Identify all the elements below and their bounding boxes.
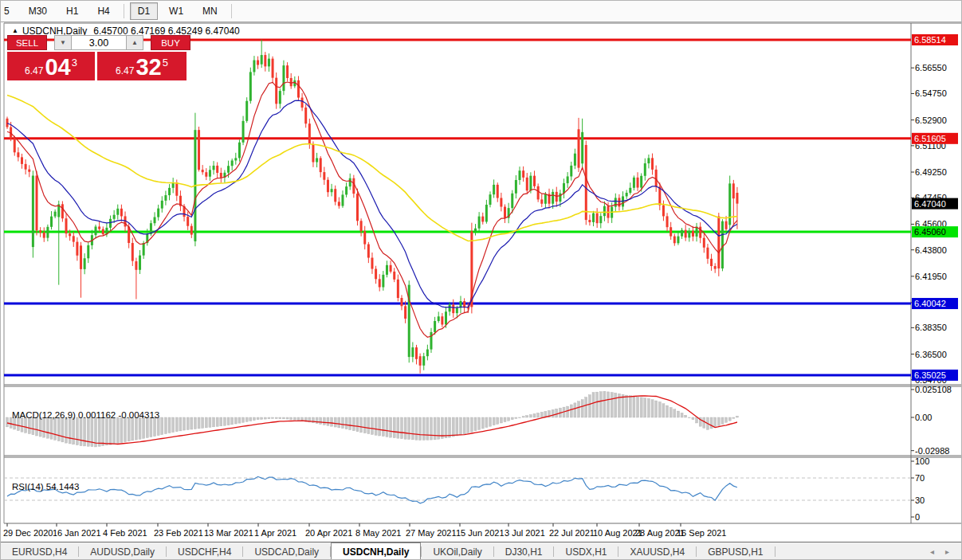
svg-text:16 Sep 2021: 16 Sep 2021 <box>677 528 726 538</box>
toolbar-separator <box>124 4 124 18</box>
toolbar-separator <box>231 4 232 18</box>
timeframe-button-D1[interactable]: D1 <box>130 2 158 20</box>
tab-audusd-daily[interactable]: AUDUSD,Daily <box>79 542 166 560</box>
sell-button[interactable]: SELL <box>7 35 47 50</box>
svg-text:29 Dec 2020: 29 Dec 2020 <box>3 528 53 538</box>
buy-price-display[interactable]: 6.47 32 5 <box>97 52 187 80</box>
svg-text:100: 100 <box>915 456 929 466</box>
svg-text:6.58514: 6.58514 <box>914 35 946 45</box>
sell-price-prefix: 6.47 <box>25 64 43 79</box>
tab-scroll-arrows: ◂▸ <box>925 542 962 560</box>
tab-usdchf-h4[interactable]: USDCHF,H4 <box>167 542 242 560</box>
rsi-value: 54.1443 <box>46 482 80 491</box>
svg-text:8 May 2021: 8 May 2021 <box>355 528 401 538</box>
volume-increase-icon[interactable]: ▲ <box>127 35 143 50</box>
tab-dj30-h1[interactable]: DJ30,H1 <box>494 542 554 560</box>
chart-tab-bar: EURUSD,H4AUDUSD,DailyUSDCHF,H4USDCAD,Dai… <box>1 542 962 560</box>
sell-price-display[interactable]: 6.47 04 3 <box>7 52 95 80</box>
svg-text:27 May 2021: 27 May 2021 <box>406 528 457 538</box>
volume-input[interactable] <box>71 35 127 50</box>
svg-text:6.52900: 6.52900 <box>915 116 947 125</box>
svg-text:0.00: 0.00 <box>915 413 932 422</box>
macd-label: MACD(12,26,9) 0.001162 -0.004313 <box>12 410 159 420</box>
svg-text:6.43800: 6.43800 <box>915 245 947 255</box>
buy-price-big: 32 <box>135 56 161 79</box>
tab-scroll-left-icon[interactable]: ◂ <box>925 547 940 556</box>
svg-text:6.35025: 6.35025 <box>914 370 946 380</box>
svg-text:6.49250: 6.49250 <box>915 167 947 177</box>
buy-button[interactable]: BUY <box>151 35 190 50</box>
svg-text:6.38350: 6.38350 <box>915 323 947 332</box>
svg-text:23 Feb 2021: 23 Feb 2021 <box>154 528 203 538</box>
svg-text:-0.02988: -0.02988 <box>915 446 949 456</box>
svg-text:13 Mar 2021: 13 Mar 2021 <box>204 528 253 538</box>
svg-text:6.40042: 6.40042 <box>914 299 946 308</box>
sell-price-pip: 3 <box>72 58 77 68</box>
tab-scroll-right-icon[interactable]: ▸ <box>940 547 955 556</box>
tab-separator <box>775 546 775 557</box>
timeframe-button-MN[interactable]: MN <box>194 2 226 20</box>
one-click-trade-panel: SELL ▼ ▲ BUY 6.47 04 3 6.47 32 5 <box>7 35 190 80</box>
svg-text:22 Jul 2021: 22 Jul 2021 <box>549 528 595 538</box>
svg-text:20 Apr 2021: 20 Apr 2021 <box>305 528 352 538</box>
tab-ukoil-daily[interactable]: UKOil,Daily <box>422 542 493 560</box>
svg-text:30: 30 <box>915 495 925 505</box>
collapse-arrow-icon[interactable]: ▲ <box>12 27 18 34</box>
tab-gbpusd-h1[interactable]: GBPUSD,H1 <box>697 542 774 560</box>
timeframe-button-M30[interactable]: M30 <box>21 2 55 20</box>
svg-text:6.36500: 6.36500 <box>915 350 947 359</box>
tab-xauusd-h4[interactable]: XAUUSD,H4 <box>618 542 696 560</box>
volume-decrease-icon[interactable]: ▼ <box>54 35 71 50</box>
svg-text:6.45060: 6.45060 <box>914 227 946 237</box>
svg-text:0: 0 <box>915 512 920 522</box>
tab-usdcad-daily[interactable]: USDCAD,Daily <box>243 542 330 560</box>
buy-price-pip: 5 <box>163 58 168 68</box>
svg-text:16 Jan 2021: 16 Jan 2021 <box>53 528 101 538</box>
tab-eurusd-h4[interactable]: EURUSD,H4 <box>1 542 78 560</box>
svg-text:6.47040: 6.47040 <box>914 199 946 209</box>
timeframe-toolbar: 5M30H1H4D1W1MN <box>1 1 962 22</box>
buy-price-prefix: 6.47 <box>116 64 134 79</box>
tab-usdcnh-daily[interactable]: USDCNH,Daily <box>331 542 421 560</box>
svg-text:3 Jul 2021: 3 Jul 2021 <box>505 528 545 538</box>
svg-text:6.54750: 6.54750 <box>915 88 947 98</box>
rsi-label: RSI(14) 54.1443 <box>12 482 79 491</box>
svg-text:6.56550: 6.56550 <box>915 63 947 72</box>
svg-text:6.41950: 6.41950 <box>915 272 947 281</box>
timeframe-button-5[interactable]: 5 <box>0 2 18 20</box>
timeframe-button-W1[interactable]: W1 <box>161 2 191 20</box>
timeframe-button-H4[interactable]: H4 <box>89 2 117 20</box>
svg-text:0.025108: 0.025108 <box>915 385 952 394</box>
timeframe-button-H1[interactable]: H1 <box>58 2 86 20</box>
svg-text:6.51605: 6.51605 <box>914 134 946 143</box>
tab-usdx-h1[interactable]: USDX,H1 <box>554 542 618 560</box>
sell-price-big: 04 <box>45 56 70 79</box>
svg-text:15 Jun 2021: 15 Jun 2021 <box>456 528 505 538</box>
svg-text:4 Feb 2021: 4 Feb 2021 <box>103 528 147 538</box>
price-chart[interactable]: 6.565506.547506.529006.511006.492506.474… <box>1 22 962 542</box>
svg-text:70: 70 <box>915 473 925 483</box>
svg-text:1 Apr 2021: 1 Apr 2021 <box>254 528 296 538</box>
macd-values: 0.001162 -0.004313 <box>78 410 159 420</box>
trading-terminal-window: 5M30H1H4D1W1MN 6.565506.547506.529006.51… <box>0 0 962 560</box>
